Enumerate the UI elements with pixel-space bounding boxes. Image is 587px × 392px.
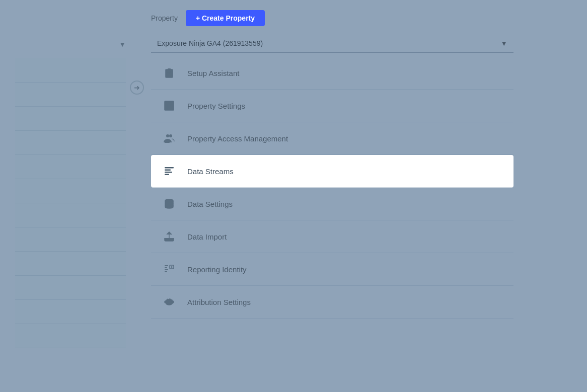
menu-item-data-streams[interactable]: Data Streams <box>151 155 513 188</box>
clipboard-check-icon <box>161 65 177 81</box>
menu-list: Setup Assistant Property Settings <box>151 57 513 319</box>
reporting-identity-icon <box>161 261 177 277</box>
upload-icon <box>161 228 177 245</box>
data-settings-label: Data Settings <box>187 200 233 208</box>
svg-rect-18 <box>165 271 167 272</box>
left-nav-line <box>15 107 126 131</box>
left-nav-line <box>15 131 126 155</box>
menu-item-data-settings[interactable]: Data Settings <box>151 188 513 220</box>
left-nav-line <box>15 83 126 107</box>
property-selector-value: Exposure Ninja GA4 (261913559) <box>157 39 263 47</box>
svg-rect-9 <box>165 170 171 171</box>
svg-point-6 <box>169 134 172 137</box>
collapse-button[interactable]: ➜ <box>130 81 144 95</box>
property-label: Property <box>151 14 178 22</box>
menu-item-attribution-settings[interactable]: Attribution Settings <box>151 286 513 319</box>
svg-point-21 <box>165 301 167 303</box>
left-dropdown-arrow: ▼ <box>119 40 126 48</box>
menu-item-property-access-management[interactable]: Property Access Management <box>151 122 513 155</box>
main-content: Property + Create Property Exposure Ninj… <box>136 0 587 392</box>
data-import-label: Data Import <box>187 232 227 241</box>
menu-item-setup-assistant[interactable]: Setup Assistant <box>151 57 513 90</box>
header-row: Property + Create Property <box>151 10 572 26</box>
reporting-identity-label: Reporting Identity <box>187 265 247 274</box>
left-nav-line <box>15 179 126 203</box>
data-streams-label: Data Streams <box>187 167 234 176</box>
left-nav-line <box>15 252 126 276</box>
left-nav-line <box>15 155 126 179</box>
menu-item-property-settings[interactable]: Property Settings <box>151 90 513 122</box>
data-streams-icon <box>161 163 177 179</box>
database-icon <box>161 196 177 212</box>
svg-rect-2 <box>165 101 174 110</box>
svg-rect-16 <box>165 267 167 268</box>
left-nav-line <box>15 203 126 227</box>
layout-icon <box>161 98 177 114</box>
left-nav-line <box>15 227 126 252</box>
attribution-settings-label: Attribution Settings <box>187 298 251 306</box>
users-icon <box>161 130 177 146</box>
setup-assistant-label: Setup Assistant <box>187 69 239 77</box>
collapse-arrow-icon: ➜ <box>134 84 140 92</box>
left-nav-lines <box>15 58 126 348</box>
svg-rect-17 <box>165 269 168 270</box>
left-nav-line <box>15 276 126 300</box>
create-property-button[interactable]: + Create Property <box>186 10 265 26</box>
svg-point-5 <box>166 134 169 137</box>
menu-item-reporting-identity[interactable]: Reporting Identity <box>151 253 513 286</box>
svg-rect-7 <box>165 142 170 143</box>
property-selector[interactable]: Exposure Ninja GA4 (261913559) ▼ <box>151 34 513 53</box>
property-selector-chevron-icon: ▼ <box>500 39 507 47</box>
svg-rect-15 <box>165 265 168 266</box>
property-settings-label: Property Settings <box>187 102 245 110</box>
attribution-icon <box>161 294 177 310</box>
left-nav-line <box>15 324 126 348</box>
svg-rect-10 <box>165 172 172 173</box>
svg-point-22 <box>172 301 174 303</box>
svg-rect-8 <box>165 167 174 169</box>
left-nav-line <box>15 58 126 83</box>
svg-rect-11 <box>165 174 169 176</box>
menu-item-data-import[interactable]: Data Import <box>151 220 513 253</box>
left-panel: ▼ <box>0 0 136 392</box>
left-nav-line <box>15 300 126 324</box>
property-access-management-label: Property Access Management <box>187 134 288 143</box>
svg-point-20 <box>171 266 173 268</box>
